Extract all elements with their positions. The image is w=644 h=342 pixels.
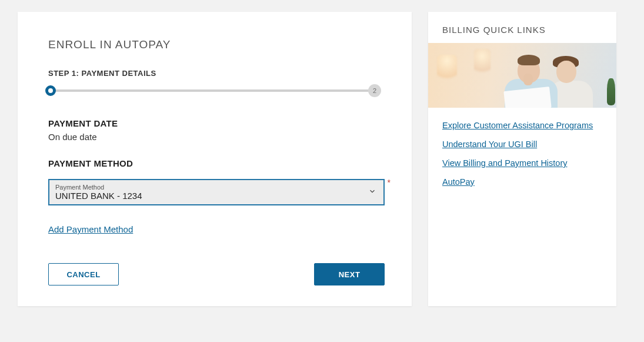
payment-method-heading: PAYMENT METHOD xyxy=(48,158,381,168)
page-title: ENROLL IN AUTOPAY xyxy=(48,38,381,51)
payment-date-value: On due date xyxy=(48,132,381,142)
sidebar-link-assistance[interactable]: Explore Customer Assistance Programs xyxy=(442,121,602,130)
stepper-track xyxy=(51,89,375,92)
stepper-step-1 xyxy=(45,85,56,96)
sidebar-links: Explore Customer Assistance Programs Und… xyxy=(428,108,616,187)
button-row: CANCEL NEXT xyxy=(48,263,385,285)
sidebar-hero-image xyxy=(428,43,616,108)
next-button[interactable]: NEXT xyxy=(314,263,385,285)
payment-method-float-label: Payment Method xyxy=(55,184,360,191)
progress-stepper: 2 xyxy=(45,84,381,98)
payment-method-select[interactable]: Payment Method UNITED BANK - 1234 xyxy=(48,179,385,205)
cancel-button[interactable]: CANCEL xyxy=(48,263,119,285)
sidebar-link-history[interactable]: View Billing and Payment History xyxy=(442,158,602,168)
sidebar-link-understand-bill[interactable]: Understand Your UGI Bill xyxy=(442,140,602,149)
autopay-enroll-panel: ENROLL IN AUTOPAY STEP 1: PAYMENT DETAIL… xyxy=(18,12,412,306)
billing-quick-links-panel: BILLING QUICK LINKS Explore Customer Ass… xyxy=(428,12,616,306)
payment-method-selected-value: UNITED BANK - 1234 xyxy=(55,191,360,201)
sidebar-link-autopay[interactable]: AutoPay xyxy=(442,177,602,187)
required-asterisk: * xyxy=(388,178,391,187)
sidebar-title: BILLING QUICK LINKS xyxy=(428,12,616,43)
payment-date-heading: PAYMENT DATE xyxy=(48,118,381,128)
payment-method-select-wrap: Payment Method UNITED BANK - 1234 * xyxy=(48,179,385,205)
add-payment-method-link[interactable]: Add Payment Method xyxy=(48,224,133,234)
stepper-step-2: 2 xyxy=(368,84,381,97)
step-label: STEP 1: PAYMENT DETAILS xyxy=(48,69,381,78)
